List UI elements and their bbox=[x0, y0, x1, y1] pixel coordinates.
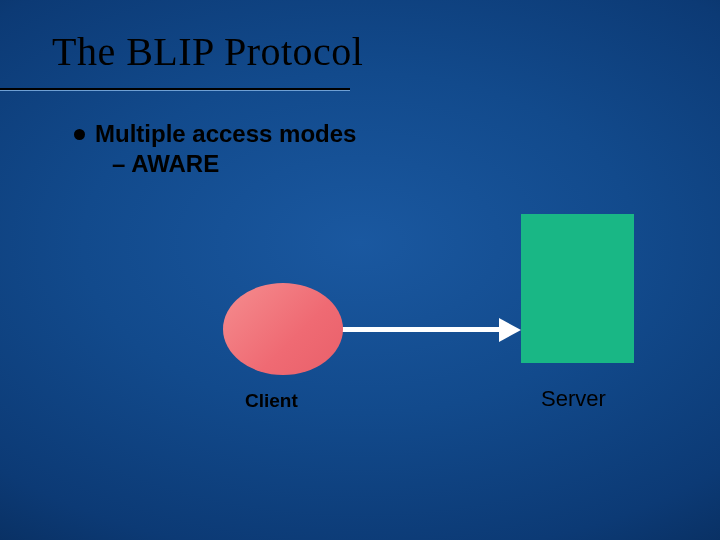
slide-title: The BLIP Protocol bbox=[52, 28, 363, 75]
slide: The BLIP Protocol Multiple access modes … bbox=[0, 0, 720, 540]
bullet-main: Multiple access modes bbox=[74, 120, 356, 148]
bullet-main-text: Multiple access modes bbox=[95, 120, 356, 148]
bullet-icon bbox=[74, 129, 85, 140]
bullet-sub-text: – AWARE bbox=[112, 150, 219, 178]
client-shape bbox=[223, 283, 343, 375]
title-underline bbox=[0, 88, 350, 91]
server-shape bbox=[521, 214, 634, 363]
server-label: Server bbox=[541, 386, 606, 412]
client-label: Client bbox=[245, 390, 298, 412]
